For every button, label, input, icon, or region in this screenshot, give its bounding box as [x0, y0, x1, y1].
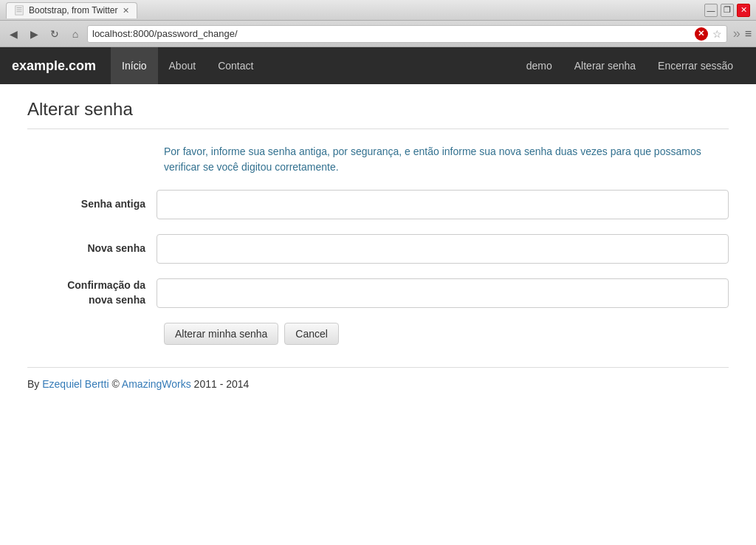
info-text: Por favor, informe sua senha antiga, por…: [164, 144, 729, 175]
menu-button[interactable]: ≡: [745, 27, 752, 41]
new-password-label: Nova senha: [27, 241, 157, 256]
address-bar[interactable]: localhost:8000/password_change/ ✕ ☆: [87, 25, 727, 43]
browser-titlebar: Bootstrap, from Twitter ✕ — ❐ ✕: [0, 0, 756, 21]
nav-item-about[interactable]: About: [158, 47, 207, 84]
forward-button[interactable]: ▶: [25, 25, 43, 43]
footer-company-link[interactable]: AmazingWorks: [122, 378, 191, 390]
title-divider: [27, 128, 729, 129]
close-button[interactable]: ✕: [737, 4, 750, 17]
nav-item-demo[interactable]: demo: [515, 47, 563, 84]
browser-navbar: ◀ ▶ ↻ ⌂ localhost:8000/password_change/ …: [0, 21, 756, 47]
confirm-password-group: Confirmação da nova senha: [27, 278, 729, 308]
svg-rect-0: [16, 6, 24, 15]
brand-logo[interactable]: example.com: [12, 58, 96, 74]
url-text: localhost:8000/password_change/: [92, 28, 690, 39]
password-change-form: Por favor, informe sua senha antiga, por…: [27, 144, 729, 345]
tab-icon: [14, 5, 24, 16]
main-nav: Início About Contact: [111, 47, 515, 84]
footer-prefix: By: [27, 378, 42, 390]
nav-item-contact[interactable]: Contact: [207, 47, 264, 84]
footer-separator: ©: [109, 378, 122, 390]
window-controls: — ❐ ✕: [704, 4, 750, 17]
nav-right: demo Alterar senha Encerrar sessão: [515, 47, 744, 84]
nav-item-inicio[interactable]: Início: [111, 47, 157, 84]
home-button[interactable]: ⌂: [66, 25, 84, 43]
submit-button[interactable]: Alterar minha senha: [164, 323, 278, 345]
browser-tab[interactable]: Bootstrap, from Twitter ✕: [6, 2, 137, 18]
old-password-input[interactable]: [157, 190, 729, 219]
footer: By Ezequiel Bertti © AmazingWorks 2011 -…: [27, 367, 729, 390]
tab-close-button[interactable]: ✕: [123, 6, 129, 16]
extensions-button[interactable]: »: [733, 26, 740, 41]
minimize-button[interactable]: —: [704, 4, 718, 17]
nav-item-alterar-senha[interactable]: Alterar senha: [563, 47, 647, 84]
footer-author-link[interactable]: Ezequiel Bertti: [42, 378, 109, 390]
cancel-button[interactable]: Cancel: [284, 323, 339, 345]
bookmark-star-icon[interactable]: ☆: [712, 28, 722, 40]
maximize-button[interactable]: ❐: [721, 4, 734, 17]
page-title: Alterar senha: [27, 99, 729, 120]
nav-item-encerrar-sessao[interactable]: Encerrar sessão: [647, 47, 744, 84]
old-password-label: Senha antiga: [27, 197, 157, 212]
new-password-group: Nova senha: [27, 234, 729, 264]
app-navbar: example.com Início About Contact demo Al…: [0, 47, 756, 84]
confirm-password-label: Confirmação da nova senha: [27, 278, 157, 307]
page-content: Alterar senha Por favor, informe sua sen…: [16, 84, 740, 405]
new-password-input[interactable]: [157, 234, 729, 264]
old-password-group: Senha antiga: [27, 190, 729, 219]
reload-button[interactable]: ↻: [46, 25, 63, 43]
back-button[interactable]: ◀: [4, 25, 22, 43]
tab-title: Bootstrap, from Twitter: [29, 5, 118, 16]
confirm-password-input[interactable]: [157, 278, 729, 308]
footer-year: 2011 - 2014: [191, 378, 250, 390]
address-x-button[interactable]: ✕: [695, 27, 708, 41]
form-actions: Alterar minha senha Cancel: [164, 323, 729, 345]
